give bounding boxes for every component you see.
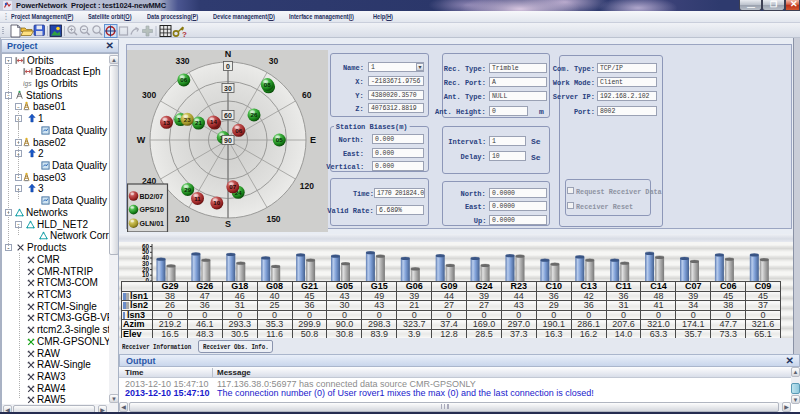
svg-text:14: 14 [210,118,217,125]
svg-text:60: 60 [224,112,232,119]
svg-text:30: 30 [269,56,279,66]
svg-text:30: 30 [224,85,232,92]
svg-text:08: 08 [264,81,271,88]
svg-text:150: 150 [266,214,280,224]
svg-text:S: S [225,219,231,229]
svg-text:60: 60 [142,243,150,250]
svg-text:90: 90 [224,137,232,144]
svg-text:29: 29 [184,186,191,193]
svg-text:GLN/01: GLN/01 [140,220,165,227]
svg-text:330: 330 [175,56,189,66]
svg-text:06: 06 [180,76,187,83]
svg-text:06: 06 [235,127,242,134]
svg-text:23: 23 [184,116,191,123]
svg-text:300: 300 [142,90,156,100]
svg-text:E: E [310,135,316,145]
svg-text:26: 26 [251,111,258,118]
svg-text:W: W [137,135,146,145]
svg-text:07: 07 [229,183,236,190]
svg-text:10: 10 [213,199,220,206]
svg-text:BD2/07: BD2/07 [140,193,164,200]
svg-text:igs: igs [23,80,32,88]
svg-text:GPS/10: GPS/10 [140,206,165,213]
svg-text:11: 11 [194,195,201,202]
svg-text:210: 210 [175,214,189,224]
svg-text:N: N [225,50,232,59]
svg-text:120: 120 [300,181,314,191]
svg-text:0: 0 [226,63,230,70]
svg-text:21: 21 [195,119,202,126]
svg-text:13: 13 [163,119,170,126]
svg-text:05: 05 [276,136,283,143]
svg-text:60: 60 [302,90,312,100]
